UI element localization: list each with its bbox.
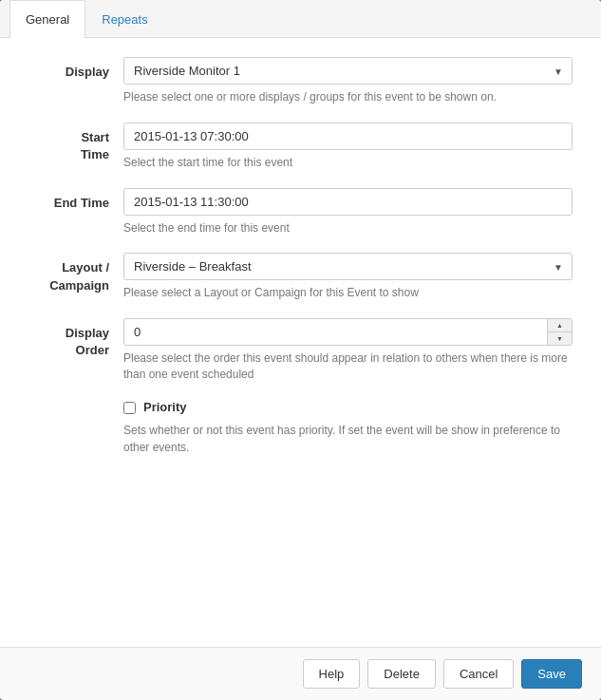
- layout-campaign-label: Layout /Campaign: [19, 253, 123, 293]
- modal-dialog: General Repeats Display Riverside Monito…: [0, 0, 601, 700]
- priority-help: Sets whether or not this event has prior…: [19, 422, 573, 456]
- modal-footer: Help Delete Cancel Save: [0, 647, 601, 700]
- end-time-row: End Time Select the end time for this ev…: [19, 188, 573, 236]
- start-time-row: StartTime Select the start time for this…: [19, 123, 573, 171]
- layout-campaign-control-wrap: Riverside – Breakfast Riverside – Lunch …: [123, 253, 573, 301]
- priority-row: Priority: [19, 400, 573, 414]
- priority-checkbox-label[interactable]: Priority: [143, 400, 187, 414]
- display-row: Display Riverside Monitor 1 Riverside Mo…: [19, 57, 573, 105]
- spinner-buttons: ▲ ▼: [547, 319, 572, 345]
- save-button[interactable]: Save: [521, 659, 582, 689]
- display-label: Display: [19, 57, 123, 81]
- spinner-down-button[interactable]: ▼: [548, 332, 572, 345]
- display-order-input[interactable]: [123, 318, 573, 346]
- delete-button[interactable]: Delete: [367, 659, 436, 689]
- help-button[interactable]: Help: [303, 659, 361, 689]
- display-order-help: Please select the order this event shoul…: [123, 350, 573, 383]
- display-order-label: DisplayOrder: [19, 318, 123, 359]
- display-order-spinner: ▲ ▼: [123, 318, 573, 346]
- start-time-control-wrap: Select the start time for this event: [123, 123, 573, 171]
- end-time-control-wrap: Select the end time for this event: [123, 188, 573, 236]
- end-time-label: End Time: [19, 188, 123, 212]
- tab-bar: General Repeats: [0, 0, 601, 38]
- start-time-input[interactable]: [123, 123, 573, 150]
- end-time-help: Select the end time for this event: [123, 220, 573, 236]
- display-select[interactable]: Riverside Monitor 1 Riverside Monitor 2 …: [123, 57, 573, 85]
- layout-campaign-help: Please select a Layout or Campaign for t…: [123, 285, 573, 301]
- form-body: Display Riverside Monitor 1 Riverside Mo…: [0, 38, 601, 647]
- end-time-input[interactable]: [123, 188, 573, 216]
- layout-campaign-select[interactable]: Riverside – Breakfast Riverside – Lunch …: [123, 253, 573, 280]
- cancel-button[interactable]: Cancel: [443, 659, 514, 689]
- display-order-control-wrap: ▲ ▼ Please select the order this event s…: [123, 318, 573, 383]
- layout-campaign-select-wrapper: Riverside – Breakfast Riverside – Lunch …: [123, 253, 573, 280]
- priority-checkbox[interactable]: [123, 402, 136, 414]
- display-select-wrapper: Riverside Monitor 1 Riverside Monitor 2 …: [123, 57, 573, 85]
- spinner-up-button[interactable]: ▲: [548, 319, 572, 331]
- tab-repeats[interactable]: Repeats: [85, 0, 163, 38]
- display-help: Please select one or more displays / gro…: [123, 89, 573, 105]
- tab-general[interactable]: General: [9, 0, 85, 38]
- display-control-wrap: Riverside Monitor 1 Riverside Monitor 2 …: [123, 57, 573, 105]
- start-time-help: Select the start time for this event: [123, 155, 573, 171]
- start-time-label: StartTime: [19, 123, 123, 163]
- display-order-row: DisplayOrder ▲ ▼ Please select the order…: [19, 318, 573, 383]
- layout-campaign-row: Layout /Campaign Riverside – Breakfast R…: [19, 253, 573, 301]
